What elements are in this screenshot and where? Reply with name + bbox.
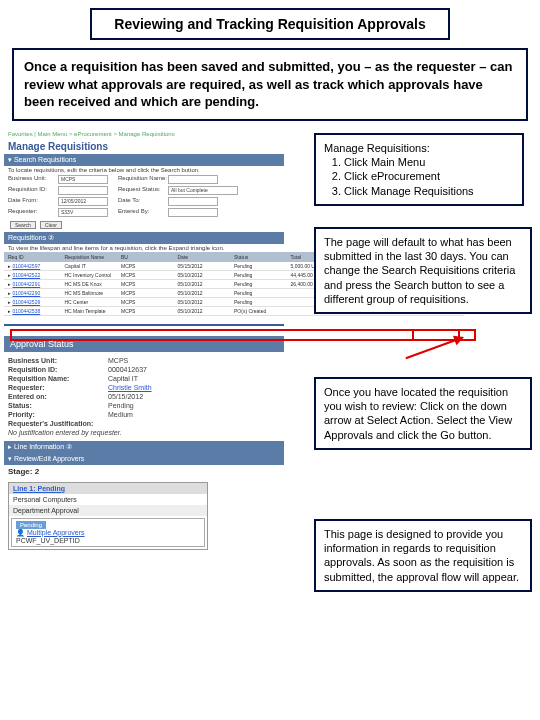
entered-by-field[interactable] xyxy=(168,208,218,217)
search-requisitions-bar[interactable]: ▾ Search Requisitions xyxy=(4,154,284,166)
req-link[interactable]: 0100442597 xyxy=(12,263,40,269)
date-from-label: Date From: xyxy=(8,197,58,206)
reqs-bar-label: Requisitions xyxy=(8,234,46,241)
date-to-field[interactable] xyxy=(168,197,218,206)
req-link[interactable]: 0100442529 xyxy=(12,299,40,305)
breadcrumb: Favorites | Main Menu > eProcurement > M… xyxy=(4,129,284,139)
callout-default-30days: The page will default to what has been s… xyxy=(314,227,532,314)
page-heading: Manage Requisitions xyxy=(4,139,284,154)
info-just-value: No justification entered by requester. xyxy=(8,429,122,436)
info-rname-value: Capital IT xyxy=(108,375,138,382)
stage-box: Line 1: Pending Personal Computers Depar… xyxy=(8,482,208,550)
col-status: Status xyxy=(234,254,291,260)
info-rname-label: Requisition Name: xyxy=(8,375,108,382)
business-unit-label: Business Unit: xyxy=(8,175,58,184)
row-highlight xyxy=(10,329,476,341)
line-info-label: Line Information xyxy=(14,443,64,450)
info-rid-value: 0000412637 xyxy=(108,366,147,373)
reqs-hint: To view the lifespan and line items for … xyxy=(4,244,284,252)
req-status-label: Request Status: xyxy=(118,186,168,195)
req-link[interactable]: 0100442291 xyxy=(12,281,40,287)
line-information-bar[interactable]: ▸ Line Information ② xyxy=(4,441,284,453)
req-name-label: Requisition Name: xyxy=(118,175,168,184)
req-status-field[interactable]: All but Complete xyxy=(168,186,238,195)
info-requester-value[interactable]: Christie Smith xyxy=(108,384,152,391)
pending-badge: Pending xyxy=(16,521,46,529)
req-name-field[interactable] xyxy=(168,175,218,184)
approvers-link[interactable]: Multiple Approvers xyxy=(27,529,85,536)
requester-label: Requester: xyxy=(8,208,58,217)
dept-approval: Department Approval xyxy=(9,505,207,516)
search-bar-label: Search Requisitions xyxy=(14,156,76,163)
search-hint: To locate requisitions, edit the criteri… xyxy=(4,166,284,174)
review-edit-bar[interactable]: ▾ Review/Edit Approvers xyxy=(4,453,284,465)
review-edit-label: Review/Edit Approvers xyxy=(14,455,84,462)
requisitions-bar[interactable]: Requisitions ② xyxy=(4,232,284,244)
info-status-value: Pending xyxy=(108,402,134,409)
callout-manage-requisitions: Manage Requisitions: Click Main Menu Cli… xyxy=(314,133,524,206)
info-requester-label: Requester: xyxy=(8,384,108,391)
col-bu: BU xyxy=(121,254,178,260)
approval-info: Business Unit:MCPS Requisition ID:000041… xyxy=(4,352,284,441)
col-date: Date xyxy=(178,254,235,260)
info-bu-label: Business Unit: xyxy=(8,357,108,364)
req-id-label: Requisition ID: xyxy=(8,186,58,195)
date-to-label: Date To: xyxy=(118,197,168,206)
peoplesoft-screenshot: Favorites | Main Menu > eProcurement > M… xyxy=(4,129,284,554)
screenshot-area: Favorites | Main Menu > eProcurement > M… xyxy=(4,129,536,689)
req-link[interactable]: 0100442538 xyxy=(12,308,40,314)
ov1-step3: Click Manage Requisitions xyxy=(344,184,514,198)
stage-label: Stage: 2 xyxy=(4,465,284,478)
date-from-field[interactable]: 12/05/2012 xyxy=(58,197,108,206)
divider xyxy=(4,324,284,326)
entered-by-label: Entered By: xyxy=(118,208,168,217)
info-entered-label: Entered on: xyxy=(8,393,108,400)
info-priority-label: Priority: xyxy=(8,411,108,418)
info-rid-label: Requisition ID: xyxy=(8,366,108,373)
search-button[interactable]: Search xyxy=(10,221,36,229)
callout-approval-info: This page is designed to provide you inf… xyxy=(314,519,532,592)
req-id-field[interactable] xyxy=(58,186,108,195)
col-reqid: Req ID xyxy=(8,254,65,260)
info-status-label: Status: xyxy=(8,402,108,409)
requester-field[interactable]: S33V xyxy=(58,208,108,217)
ov1-step1: Click Main Menu xyxy=(344,155,514,169)
business-unit-field[interactable]: MCPS xyxy=(58,175,108,184)
callout-select-action: Once you have located the requisition yo… xyxy=(314,377,532,450)
info-priority-value: Medium xyxy=(108,411,133,418)
dept-id: PCWF_UV_DEPTID xyxy=(16,537,80,544)
ov1-step2: Click eProcurement xyxy=(344,169,514,183)
info-bu-value: MCPS xyxy=(108,357,128,364)
info-entered-value: 05/15/2012 xyxy=(108,393,143,400)
line1-desc: Personal Computers xyxy=(9,494,207,505)
col-name: Requisition Name xyxy=(65,254,122,260)
req-link[interactable]: 0100442290 xyxy=(12,290,40,296)
clear-button[interactable]: Clear xyxy=(40,221,62,229)
req-link[interactable]: 0100442522 xyxy=(12,272,40,278)
doc-title: Reviewing and Tracking Requisition Appro… xyxy=(90,8,450,40)
intro-text: Once a requisition has been saved and su… xyxy=(12,48,528,121)
info-just-label: Requester's Justification: xyxy=(8,420,108,427)
ov1-title: Manage Requisitions: xyxy=(324,141,514,155)
line1-link[interactable]: Line 1: Pending xyxy=(13,485,65,492)
